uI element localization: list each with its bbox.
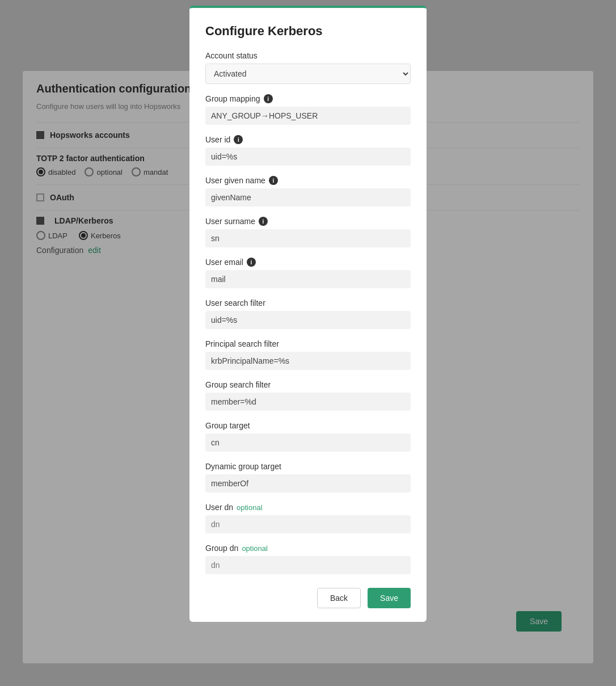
group-target-input[interactable] (205, 434, 411, 452)
user-email-label: User email i (205, 258, 411, 267)
group-mapping-info-icon: i (264, 94, 273, 103)
user-id-field: User id i (205, 135, 411, 166)
user-id-info-icon: i (234, 135, 243, 144)
user-dn-field: User dn optional (205, 503, 411, 533)
user-dn-optional: optional (237, 503, 263, 512)
dynamic-group-target-field: Dynamic group target (205, 462, 411, 493)
group-mapping-field: Group mapping i (205, 94, 411, 125)
user-search-filter-input[interactable] (205, 311, 411, 329)
user-given-name-field: User given name i (205, 176, 411, 207)
modal-title: Configure Kerberos (205, 24, 411, 39)
user-surname-label: User surname i (205, 217, 411, 226)
user-email-input[interactable] (205, 270, 411, 288)
group-mapping-label: Group mapping i (205, 94, 411, 103)
user-search-filter-field: User search filter (205, 298, 411, 329)
group-search-filter-label: Group search filter (205, 380, 411, 389)
account-status-select[interactable]: Activated Deactivated (205, 64, 411, 84)
principal-search-filter-field: Principal search filter (205, 339, 411, 370)
configure-kerberos-modal: Configure Kerberos Account status Activa… (189, 6, 427, 622)
back-button[interactable]: Back (317, 588, 361, 608)
user-email-field: User email i (205, 258, 411, 288)
dynamic-group-target-input[interactable] (205, 474, 411, 493)
group-search-filter-input[interactable] (205, 393, 411, 411)
user-dn-input[interactable] (205, 515, 411, 533)
user-surname-field: User surname i (205, 217, 411, 247)
user-dn-label: User dn optional (205, 503, 411, 512)
user-given-name-info-icon: i (269, 176, 278, 185)
group-dn-label: Group dn optional (205, 544, 411, 553)
group-mapping-input[interactable] (205, 107, 411, 125)
group-target-label: Group target (205, 421, 411, 430)
dynamic-group-target-label: Dynamic group target (205, 462, 411, 471)
user-email-info-icon: i (247, 258, 256, 267)
group-target-field: Group target (205, 421, 411, 452)
user-id-input[interactable] (205, 148, 411, 166)
user-surname-info-icon: i (259, 217, 268, 226)
principal-search-filter-input[interactable] (205, 352, 411, 370)
account-status-field: Account status Activated Deactivated (205, 51, 411, 84)
principal-search-filter-label: Principal search filter (205, 339, 411, 348)
modal-overlay: Configure Kerberos Account status Activa… (0, 0, 616, 686)
account-status-label: Account status (205, 51, 411, 60)
save-button[interactable]: Save (368, 588, 411, 608)
group-dn-field: Group dn optional (205, 544, 411, 574)
group-search-filter-field: Group search filter (205, 380, 411, 411)
group-dn-optional: optional (242, 544, 268, 553)
user-given-name-input[interactable] (205, 188, 411, 207)
group-dn-input[interactable] (205, 556, 411, 574)
user-surname-input[interactable] (205, 229, 411, 247)
modal-footer: Back Save (205, 588, 411, 608)
user-id-label: User id i (205, 135, 411, 144)
user-given-name-label: User given name i (205, 176, 411, 185)
user-search-filter-label: User search filter (205, 298, 411, 308)
